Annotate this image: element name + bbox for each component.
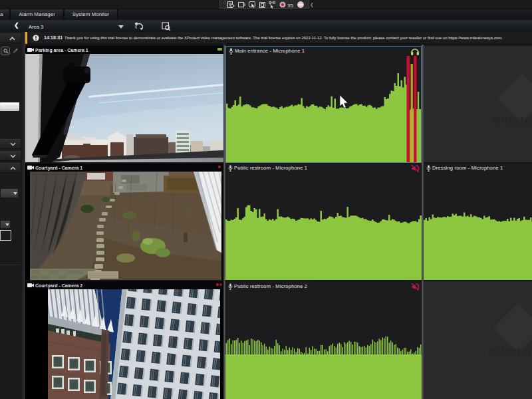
svg-text:35: 35 [287,3,293,9]
